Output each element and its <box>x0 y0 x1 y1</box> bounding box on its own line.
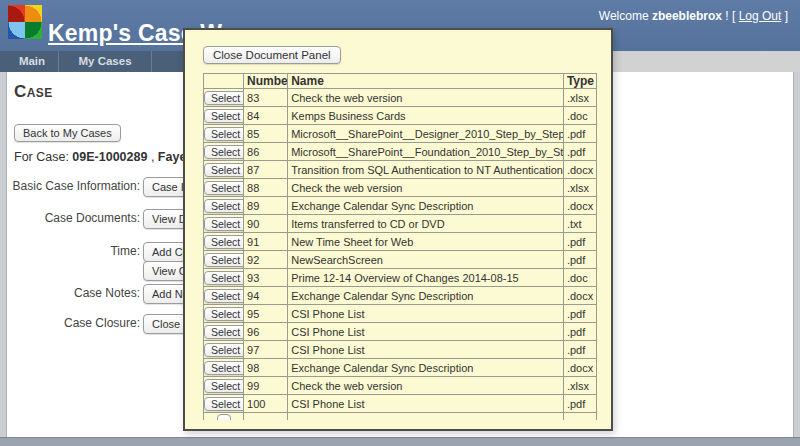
document-name <box>288 413 564 421</box>
number-column-header: Number <box>244 74 288 89</box>
document-type: .pdf <box>563 341 596 359</box>
document-number: 95 <box>244 305 288 323</box>
document-row: Select89Exchange Calendar Sync Descripti… <box>204 197 597 215</box>
select-cell: Select <box>204 287 244 305</box>
select-button[interactable]: Select <box>204 127 244 141</box>
document-type: .txt <box>563 215 596 233</box>
document-row: Select95CSI Phone List.pdf <box>204 305 597 323</box>
welcome-text: Welcome <box>599 9 652 23</box>
select-cell: Select <box>204 143 244 161</box>
document-number: 86 <box>244 143 288 161</box>
document-panel: Close Document Panel Number Name Type Se… <box>183 28 613 431</box>
document-number: 96 <box>244 323 288 341</box>
document-row: Select90Items transferred to CD or DVD.t… <box>204 215 597 233</box>
select-button[interactable]: Select <box>204 91 244 105</box>
document-type: .pdf <box>563 305 596 323</box>
document-name: NewSearchScreen <box>288 251 564 269</box>
select-button[interactable] <box>217 414 231 420</box>
username: zbeeblebrox <box>652 9 722 23</box>
document-number: 94 <box>244 287 288 305</box>
document-row: Select86Microsoft__SharePoint__Foundatio… <box>204 143 597 161</box>
document-type: .pdf <box>563 395 596 413</box>
document-row: Select100CSI Phone List.pdf <box>204 395 597 413</box>
logo-quadrant-red <box>8 5 25 22</box>
document-name: Check the web version <box>288 179 564 197</box>
document-name: Microsoft__SharePoint__Foundation_2010_S… <box>288 143 564 161</box>
logout-link[interactable]: Log Out <box>739 9 782 23</box>
type-column-header: Type <box>563 74 596 89</box>
select-button[interactable]: Select <box>204 163 244 177</box>
document-number: 83 <box>244 89 288 107</box>
select-button[interactable]: Select <box>204 379 244 393</box>
document-row: Select85Microsoft__SharePoint__Designer_… <box>204 125 597 143</box>
select-button[interactable]: Select <box>204 289 244 303</box>
document-name: CSI Phone List <box>288 395 564 413</box>
document-type: .docx <box>563 197 596 215</box>
select-cell: Select <box>204 179 244 197</box>
select-cell: Select <box>204 395 244 413</box>
document-row <box>204 413 597 421</box>
select-button[interactable]: Select <box>204 235 244 249</box>
document-row: Select94Exchange Calendar Sync Descripti… <box>204 287 597 305</box>
select-button[interactable]: Select <box>204 271 244 285</box>
document-row: Select87Transition from SQL Authenticati… <box>204 161 597 179</box>
select-button[interactable]: Select <box>204 109 244 123</box>
select-button[interactable]: Select <box>204 325 244 339</box>
nav-item-main[interactable]: Main <box>6 51 58 72</box>
welcome-bar: Welcome zbeeblebrox ! [ Log Out ] <box>599 9 788 23</box>
document-number: 85 <box>244 125 288 143</box>
select-button[interactable]: Select <box>204 181 244 195</box>
app-window: Kemp's Case W Welcome zbeeblebrox ! [ Lo… <box>0 0 800 446</box>
documents-table: Number Name Type Select83Check the web v… <box>203 73 597 420</box>
select-cell: Select <box>204 269 244 287</box>
document-type: .docx <box>563 287 596 305</box>
document-name: CSI Phone List <box>288 341 564 359</box>
select-cell: Select <box>204 89 244 107</box>
select-button[interactable]: Select <box>204 253 244 267</box>
logo-quadrant-blue <box>8 22 25 39</box>
document-name: Transition from SQL Authentication to NT… <box>288 161 564 179</box>
document-name: Check the web version <box>288 89 564 107</box>
name-column-header: Name <box>288 74 564 89</box>
document-number: 87 <box>244 161 288 179</box>
select-cell: Select <box>204 107 244 125</box>
logo-quadrant-yellow <box>25 5 42 22</box>
document-list-container[interactable]: Number Name Type Select83Check the web v… <box>203 73 598 420</box>
select-button[interactable]: Select <box>204 217 244 231</box>
app-logo-icon <box>8 5 42 39</box>
document-number: 97 <box>244 341 288 359</box>
select-cell: Select <box>204 323 244 341</box>
document-number: 88 <box>244 179 288 197</box>
case-separator: , <box>147 150 157 164</box>
document-number: 89 <box>244 197 288 215</box>
nav-item-my-cases[interactable]: My Cases <box>58 51 151 72</box>
document-type: .doc <box>563 269 596 287</box>
document-name: Kemps Business Cards <box>288 107 564 125</box>
form-label: Case Notes: <box>7 286 140 300</box>
document-number: 100 <box>244 395 288 413</box>
document-number: 99 <box>244 377 288 395</box>
select-button[interactable]: Select <box>204 307 244 321</box>
document-type: .docx <box>563 359 596 377</box>
document-name: Exchange Calendar Sync Description <box>288 197 564 215</box>
select-cell: Select <box>204 215 244 233</box>
close-document-panel-button[interactable]: Close Document Panel <box>203 46 341 64</box>
select-button[interactable]: Select <box>204 145 244 159</box>
document-row: Select96CSI Phone List.pdf <box>204 323 597 341</box>
document-number: 92 <box>244 251 288 269</box>
welcome-suffix: ] <box>781 9 788 23</box>
select-button[interactable]: Select <box>204 199 244 213</box>
document-name: New Time Sheet for Web <box>288 233 564 251</box>
document-number <box>244 413 288 421</box>
form-label: Time: <box>7 244 140 258</box>
document-type: .pdf <box>563 251 596 269</box>
select-button[interactable]: Select <box>204 397 244 411</box>
select-button[interactable]: Select <box>204 361 244 375</box>
document-name: CSI Phone List <box>288 323 564 341</box>
select-cell: Select <box>204 161 244 179</box>
select-button[interactable]: Select <box>204 343 244 357</box>
back-to-my-cases-button[interactable]: Back to My Cases <box>14 124 121 142</box>
document-row: Select92NewSearchScreen.pdf <box>204 251 597 269</box>
select-cell: Select <box>204 197 244 215</box>
select-cell: Select <box>204 233 244 251</box>
